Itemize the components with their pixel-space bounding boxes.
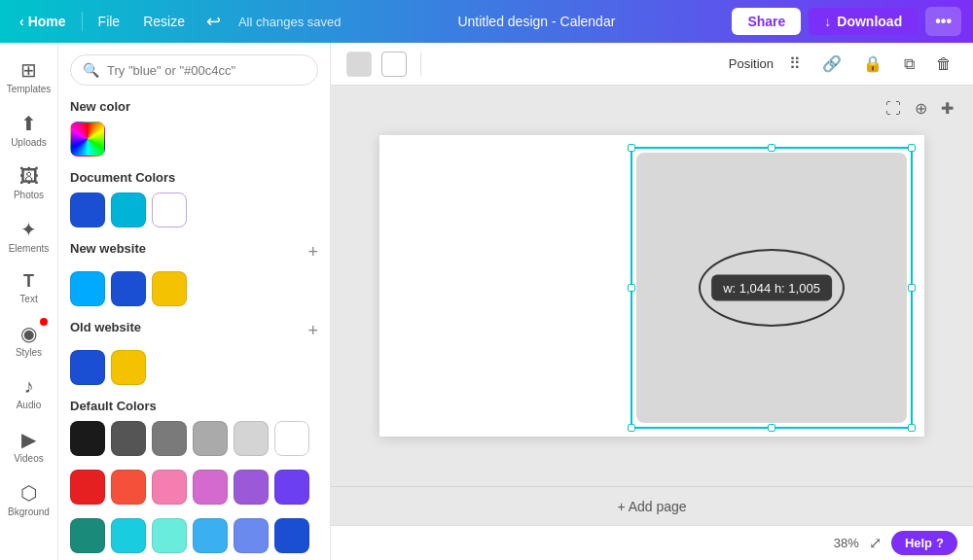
dc-1-1[interactable]: [111, 470, 146, 505]
new-website-swatches: [70, 271, 318, 306]
lock-button[interactable]: 🔒: [857, 51, 888, 77]
default-row1: [70, 421, 318, 456]
default-row3: [70, 518, 318, 553]
ow-color-1[interactable]: [111, 350, 146, 385]
sidebar-item-photos[interactable]: 🖼 Photos: [3, 158, 55, 208]
dc-0-3[interactable]: [193, 421, 228, 456]
old-website-title: Old website: [70, 320, 141, 334]
dc-1-5[interactable]: [274, 470, 309, 505]
download-button[interactable]: ↓ Download: [809, 8, 918, 35]
link-button[interactable]: 🔗: [816, 51, 847, 77]
sidebar-item-elements[interactable]: ✦ Elements: [3, 210, 55, 262]
help-icon: ?: [936, 536, 944, 550]
uploads-label: Uploads: [11, 137, 47, 148]
videos-icon: ▶: [21, 428, 36, 451]
selected-element[interactable]: w: 1,044 h: 1,005: [631, 147, 913, 429]
new-website-title: New website: [70, 241, 146, 256]
grid-view-button[interactable]: ⠿: [783, 51, 807, 77]
color-box-2[interactable]: [381, 52, 407, 77]
dc-2-3[interactable]: [193, 518, 228, 553]
position-label[interactable]: Position: [729, 56, 774, 71]
sidebar-item-background[interactable]: ⬡ Bkground: [3, 473, 55, 525]
undo-button[interactable]: ↩: [200, 7, 227, 36]
copy-button[interactable]: ⧉: [898, 52, 920, 77]
add-page-icon[interactable]: ✚: [937, 95, 957, 122]
color-box-1[interactable]: [346, 52, 372, 77]
copy-page-icon[interactable]: ⊕: [911, 95, 931, 122]
sidebar-item-text[interactable]: T Text: [3, 263, 55, 312]
styles-badge: [40, 318, 48, 326]
dc-0-1[interactable]: [111, 421, 146, 456]
handle-top-right[interactable]: [908, 144, 916, 152]
topbar-actions: Share ↓ Download •••: [732, 7, 961, 36]
dc-0-2[interactable]: [152, 421, 187, 456]
dc-0-0[interactable]: [70, 421, 105, 456]
search-bar[interactable]: 🔍: [70, 54, 318, 86]
share-button[interactable]: Share: [732, 8, 801, 35]
photos-label: Photos: [14, 190, 44, 200]
doc-color-0[interactable]: [70, 192, 105, 228]
home-label: Home: [28, 14, 66, 29]
dc-1-0[interactable]: [70, 470, 105, 505]
handle-mid-left[interactable]: [628, 284, 635, 292]
templates-icon: ⊞: [20, 58, 37, 82]
dc-2-2[interactable]: [152, 518, 187, 553]
delete-button[interactable]: 🗑: [930, 52, 957, 77]
old-website-swatches: [70, 350, 318, 385]
dc-1-3[interactable]: [193, 470, 228, 505]
color-panel: 🔍 New color Document Colors New website …: [58, 43, 331, 560]
nw-color-0[interactable]: [70, 271, 105, 306]
add-page-bar[interactable]: + Add page: [331, 486, 973, 525]
new-website-add[interactable]: +: [307, 242, 318, 262]
sidebar-item-styles[interactable]: ◉ Styles: [3, 314, 55, 366]
more-options-button[interactable]: •••: [925, 7, 961, 36]
handle-bottom-left[interactable]: [628, 424, 635, 432]
templates-label: Templates: [7, 84, 52, 94]
dc-2-4[interactable]: [234, 518, 269, 553]
elements-label: Elements: [9, 243, 50, 254]
handle-top-mid[interactable]: [768, 144, 775, 152]
styles-icon: ◉: [20, 322, 37, 345]
handle-bottom-right[interactable]: [908, 424, 916, 432]
dc-0-5[interactable]: [274, 421, 309, 456]
file-menu[interactable]: File: [90, 10, 128, 33]
old-website-add[interactable]: +: [307, 321, 318, 341]
doc-color-2[interactable]: [152, 192, 187, 228]
dc-1-2[interactable]: [152, 470, 187, 505]
expand-icon[interactable]: ⛶: [882, 95, 905, 122]
canvas-page[interactable]: w: 1,044 h: 1,005: [379, 135, 924, 437]
sidebar-item-uploads[interactable]: ⬆ Uploads: [3, 104, 55, 156]
home-button[interactable]: ‹ Home: [12, 10, 74, 33]
dc-2-0[interactable]: [70, 518, 105, 553]
background-label: Bkground: [8, 507, 50, 517]
help-button[interactable]: Help ?: [891, 531, 957, 555]
doc-color-1[interactable]: [111, 192, 146, 228]
dc-0-4[interactable]: [234, 421, 269, 456]
elements-icon: ✦: [20, 218, 37, 241]
zoom-level: 38%: [834, 536, 859, 550]
sidebar-item-audio[interactable]: ♪ Audio: [3, 368, 55, 418]
search-input[interactable]: [107, 63, 306, 78]
photos-icon: 🖼: [19, 165, 39, 188]
dc-1-4[interactable]: [234, 470, 269, 505]
sidebar-item-videos[interactable]: ▶ Videos: [3, 420, 55, 472]
sidebar-item-templates[interactable]: ⊞ Templates: [3, 51, 55, 102]
resize-menu[interactable]: Resize: [135, 10, 193, 33]
fullscreen-button[interactable]: ⤢: [869, 534, 882, 552]
canvas-area: Position ⠿ 🔗 🔒 ⧉ 🗑 ⛶ ⊕ ✚: [331, 43, 973, 560]
ow-color-0[interactable]: [70, 350, 105, 385]
dc-2-5[interactable]: [274, 518, 309, 553]
document-title[interactable]: Untitled design - Calendar: [348, 14, 724, 29]
dc-2-1[interactable]: [111, 518, 146, 553]
audio-label: Audio: [17, 400, 42, 410]
help-label: Help: [905, 536, 932, 550]
handle-top-left[interactable]: [628, 144, 635, 152]
rainbow-swatch[interactable]: [70, 122, 105, 157]
nw-color-1[interactable]: [111, 271, 146, 306]
canvas-content: ⛶ ⊕ ✚ w: 1,044 h: 1,005: [331, 86, 973, 486]
download-label: Download: [837, 14, 902, 29]
nw-color-2[interactable]: [152, 271, 187, 306]
handle-bottom-mid[interactable]: [768, 424, 775, 432]
canvas-toolbar: Position ⠿ 🔗 🔒 ⧉ 🗑: [331, 43, 973, 86]
handle-mid-right[interactable]: [908, 284, 916, 292]
